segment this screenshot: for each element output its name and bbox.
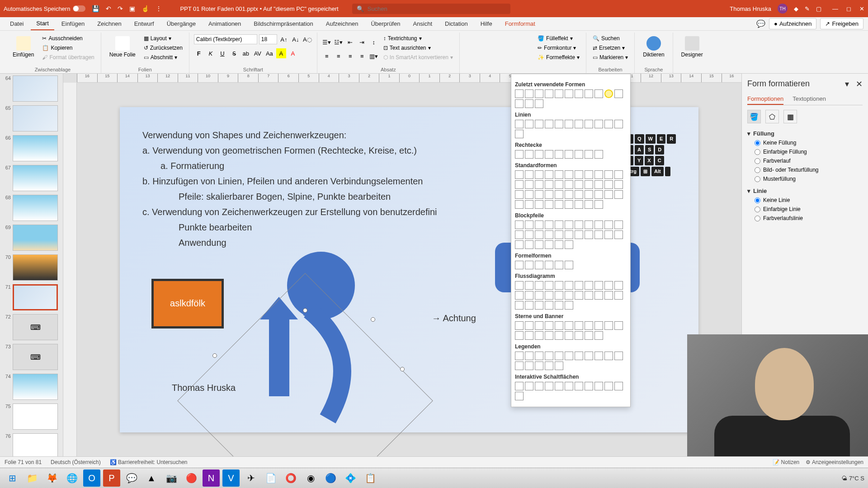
shape-option[interactable] [525, 301, 533, 310]
section-linie[interactable]: ▾ Linie [747, 188, 863, 194]
shape-option[interactable] [555, 301, 563, 310]
shape-option[interactable] [555, 150, 563, 159]
align-right-button[interactable]: ≡ [345, 51, 355, 61]
thumb-66[interactable] [13, 135, 58, 161]
thumb-74[interactable] [13, 374, 58, 400]
align-center-button[interactable]: ≡ [334, 51, 344, 61]
shape-option[interactable] [594, 281, 603, 290]
vscode-icon[interactable]: V [222, 469, 240, 487]
thumb-70[interactable] [13, 254, 58, 281]
shape-option[interactable] [535, 221, 543, 229]
app-icon[interactable]: 🔴 [183, 469, 200, 487]
firefox-icon[interactable]: 🦊 [43, 469, 61, 487]
shape-option[interactable] [575, 382, 583, 390]
shape-option[interactable] [585, 352, 593, 360]
shape-option[interactable] [565, 230, 573, 239]
shape-option[interactable] [575, 221, 583, 229]
tab-animationen[interactable]: Animationen [203, 18, 246, 30]
weather-widget[interactable]: 🌤 7°C S [841, 475, 864, 482]
designer-button[interactable]: Designer [678, 34, 707, 60]
text-direction-button[interactable]: ↕ Textrichtung ▾ [382, 34, 455, 42]
shape-option[interactable] [575, 170, 583, 179]
app-icon[interactable]: 📷 [163, 469, 180, 487]
shape-option[interactable] [555, 382, 563, 390]
shape-option[interactable] [525, 89, 533, 98]
spacing-button[interactable]: AV [253, 48, 263, 58]
shape-option[interactable] [565, 291, 573, 300]
section-button[interactable]: ▭ Abschnitt ▾ [142, 53, 184, 61]
shape-option[interactable] [525, 230, 533, 239]
shape-option[interactable] [614, 352, 623, 360]
shape-option[interactable] [525, 291, 533, 300]
strike-button[interactable]: S̶ [229, 48, 239, 58]
shape-option[interactable] [585, 190, 593, 199]
app-icon[interactable]: 📋 [362, 469, 379, 487]
shape-option[interactable] [545, 331, 553, 340]
slide-thumbnails[interactable]: 64 65 66 67 68 69 70 71 72⌨ 73⌨ 74 75 76… [0, 74, 63, 456]
shape-option[interactable] [565, 180, 573, 189]
layout-button[interactable]: ▦ Layout ▾ [142, 34, 184, 42]
qat-more-icon[interactable]: ⋮ [156, 5, 162, 12]
shape-option[interactable] [545, 120, 553, 128]
shape-option[interactable] [604, 180, 613, 189]
shape-option[interactable] [594, 120, 603, 128]
tab-aufzeichnen[interactable]: Aufzeichnen [321, 18, 364, 30]
window-icon[interactable]: ▢ [816, 5, 821, 12]
reset-button[interactable]: ↺ Zurücksetzen [142, 44, 184, 52]
highlight-button[interactable]: A [276, 48, 286, 58]
decrease-font-icon[interactable]: A↓ [291, 34, 301, 44]
underline-button[interactable]: U [217, 48, 227, 58]
selection-handle[interactable] [400, 367, 405, 371]
opt-keine-linie[interactable]: Keine Linie [755, 197, 863, 203]
shape-option[interactable] [545, 321, 553, 330]
shape-option[interactable] [515, 230, 524, 239]
opt-farbverlauf[interactable]: Farbverlauf [755, 158, 863, 164]
shape-option[interactable] [515, 321, 524, 330]
shape-option[interactable] [565, 261, 573, 269]
shape-option[interactable] [515, 150, 524, 159]
shape-option[interactable] [575, 150, 583, 159]
shape-option[interactable] [594, 382, 603, 390]
shape-option[interactable] [565, 321, 573, 330]
indent-dec-button[interactable]: ⇤ [345, 37, 355, 47]
shape-option[interactable] [525, 99, 533, 108]
app-icon[interactable]: 🔵 [322, 469, 339, 487]
pane-close-icon[interactable]: ✕ [856, 80, 863, 89]
shape-option[interactable] [525, 261, 533, 269]
shape-option[interactable] [555, 291, 563, 300]
present-icon[interactable]: ▣ [129, 5, 135, 12]
shape-option[interactable] [575, 190, 583, 199]
indent-inc-button[interactable]: ⇥ [357, 37, 367, 47]
shape-option[interactable] [525, 120, 533, 128]
shape-option[interactable] [614, 89, 623, 98]
shape-option[interactable] [604, 89, 613, 98]
opt-musterfuellung[interactable]: Musterfüllung [755, 176, 863, 182]
touch-icon[interactable]: ☝ [142, 5, 149, 12]
format-painter-button[interactable]: 🖌 Format übertragen [40, 53, 96, 61]
shape-option[interactable] [555, 321, 563, 330]
shape-option[interactable] [545, 150, 553, 159]
shape-option[interactable] [565, 352, 573, 360]
bold-button[interactable]: F [194, 48, 204, 58]
thumb-67[interactable] [13, 165, 58, 191]
shape-option[interactable] [614, 291, 623, 300]
shape-option[interactable] [585, 331, 593, 340]
shape-option[interactable] [515, 261, 524, 269]
shape-option[interactable] [545, 89, 553, 98]
fill-line-icon[interactable]: 🪣 [747, 110, 761, 123]
record-button[interactable]: ● Aufzeichnen [769, 18, 816, 29]
outlook-icon[interactable]: O [83, 469, 100, 487]
shape-option[interactable] [555, 170, 563, 179]
shape-option[interactable] [515, 240, 524, 249]
smartart-button[interactable]: ⬡ In SmartArt konvertieren ▾ [382, 53, 455, 61]
tab-hilfe[interactable]: Hilfe [475, 18, 498, 30]
shape-option[interactable] [535, 180, 543, 189]
shape-option[interactable] [565, 331, 573, 340]
shape-option[interactable] [545, 190, 553, 199]
user-name[interactable]: Thomas Hruska [730, 5, 771, 12]
shape-option[interactable] [515, 120, 524, 128]
shape-option[interactable] [565, 89, 573, 98]
clear-format-icon[interactable]: A◌ [302, 34, 312, 44]
shape-option[interactable] [515, 170, 524, 179]
find-button[interactable]: 🔍 Suchen [591, 34, 630, 42]
